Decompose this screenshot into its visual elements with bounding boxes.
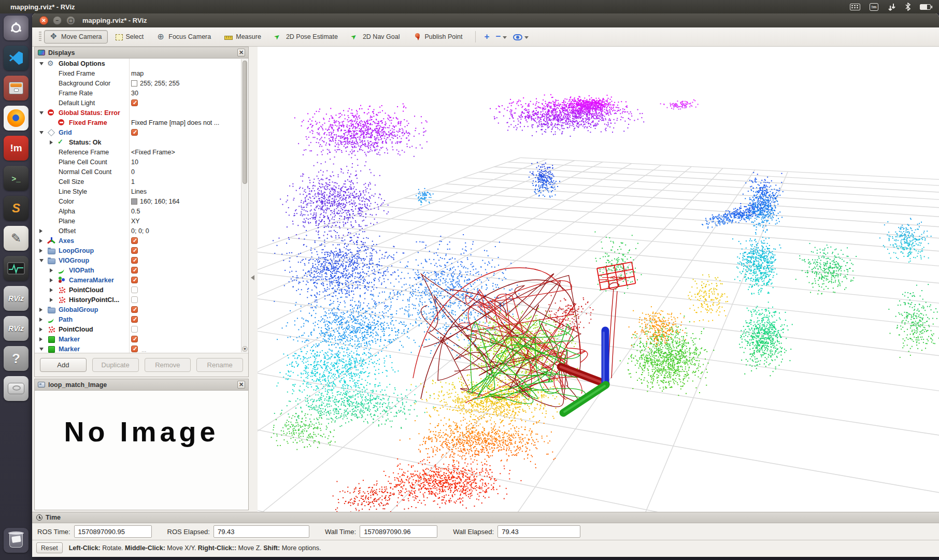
zoom-in-button[interactable]: + xyxy=(481,31,492,43)
checkbox[interactable] xyxy=(131,296,138,303)
checkbox[interactable] xyxy=(131,247,138,254)
duplicate-button[interactable]: Duplicate xyxy=(92,358,139,372)
tree-row-value[interactable] xyxy=(131,306,240,313)
tree-row-value[interactable] xyxy=(131,316,240,323)
tree-row-value[interactable]: map xyxy=(131,70,240,77)
launcher-item-rviz-2[interactable]: RViz xyxy=(4,316,29,341)
displays-close-icon[interactable]: ✕ xyxy=(237,49,245,56)
tree-expand-arrow-icon[interactable] xyxy=(39,249,42,253)
tree-row-line-style[interactable]: Line StyleLines xyxy=(35,186,248,196)
tree-row-normal-cell-count[interactable]: Normal Cell Count0 xyxy=(35,167,248,177)
checkbox[interactable] xyxy=(131,277,138,283)
reset-button[interactable]: Reset xyxy=(36,542,63,553)
tree-row-plane[interactable]: PlaneXY xyxy=(35,216,248,226)
launcher-item-rviz-1[interactable]: RViz xyxy=(4,286,29,311)
checkbox[interactable] xyxy=(131,346,138,352)
image-panel-close-icon[interactable]: ✕ xyxy=(237,381,245,389)
tree-expand-arrow-icon[interactable] xyxy=(39,259,44,262)
tree-row-fixed-frame[interactable]: Fixed Framemap xyxy=(35,68,248,78)
checkbox[interactable] xyxy=(131,336,138,342)
tree-expand-arrow-icon[interactable] xyxy=(50,278,53,282)
add-button[interactable]: Add xyxy=(40,358,87,372)
checkbox[interactable] xyxy=(131,267,138,274)
tool-select[interactable]: Select xyxy=(110,31,150,43)
tree-row-value[interactable]: 10 xyxy=(131,159,240,166)
tree-row-value[interactable] xyxy=(131,99,240,106)
zoom-out-button[interactable]: − xyxy=(492,31,510,43)
launcher-item-im-app[interactable]: !m xyxy=(4,136,29,161)
tree-expand-arrow-icon[interactable] xyxy=(50,298,53,302)
tree-row-value[interactable]: 0.5 xyxy=(131,208,240,215)
camera-view-button[interactable] xyxy=(510,32,532,41)
tree-expand-arrow-icon[interactable] xyxy=(39,239,42,243)
tree-row-grid[interactable]: Grid xyxy=(35,127,248,137)
launcher-item-file-manager[interactable] xyxy=(4,76,29,100)
tree-row-globalgroup[interactable]: GlobalGroup xyxy=(35,305,248,314)
launcher-item-trash[interactable] xyxy=(4,528,29,553)
tree-row-status-ok[interactable]: Status: Ok xyxy=(35,137,248,147)
image-panel-header[interactable]: loop_match_Image ✕ xyxy=(35,379,248,391)
tree-row-value[interactable]: 1 xyxy=(131,178,240,185)
tree-row-pointcloud[interactable]: PointCloud xyxy=(35,285,248,295)
tree-row-loopgroup[interactable]: LoopGroup xyxy=(35,246,248,255)
tree-expand-arrow-icon[interactable] xyxy=(50,140,53,145)
checkbox[interactable] xyxy=(131,237,138,244)
launcher-item-system-monitor[interactable] xyxy=(4,256,29,281)
battery-icon[interactable] xyxy=(920,4,931,10)
tool-2d-nav-goal[interactable]: 2D Nav Goal xyxy=(346,30,406,44)
launcher-item-terminal[interactable]: >_ xyxy=(4,166,29,191)
tree-row-default-light[interactable]: Default Light xyxy=(35,98,248,108)
network-arrows-icon[interactable] xyxy=(888,3,896,11)
rename-button[interactable]: Rename xyxy=(196,358,243,372)
tree-expand-arrow-icon[interactable] xyxy=(39,131,44,134)
tree-row-value[interactable] xyxy=(131,286,240,293)
tree-row-value[interactable] xyxy=(131,257,240,264)
tree-row-color[interactable]: Color160; 160; 164 xyxy=(35,196,248,206)
checkbox[interactable] xyxy=(131,99,138,106)
tree-row-value[interactable] xyxy=(131,336,240,342)
tree-expand-arrow-icon[interactable] xyxy=(39,229,42,233)
tree-row-value[interactable] xyxy=(131,237,240,244)
tree-row-alpha[interactable]: Alpha0.5 xyxy=(35,206,248,216)
tree-row-value[interactable] xyxy=(131,267,240,274)
tree-row-background-color[interactable]: Background Color255; 255; 255 xyxy=(35,78,248,88)
tree-row-viopath[interactable]: VIOPath xyxy=(35,265,248,275)
tree-row-path[interactable]: Path xyxy=(35,314,248,324)
tree-row-value[interactable]: XY xyxy=(131,218,240,225)
tree-expand-arrow-icon[interactable] xyxy=(39,62,44,65)
launcher-item-help[interactable]: ? xyxy=(4,346,29,371)
tree-scrollbar-down-icon[interactable]: ▼ xyxy=(242,346,248,352)
tree-expand-arrow-icon[interactable] xyxy=(50,288,53,292)
minimize-button[interactable]: − xyxy=(53,16,62,25)
remove-button[interactable]: Remove xyxy=(145,358,191,372)
checkbox[interactable] xyxy=(131,306,138,313)
toolbar-grip-handle[interactable] xyxy=(39,32,41,42)
tree-expand-arrow-icon[interactable] xyxy=(39,348,44,351)
launcher-item-sublime-text[interactable]: S xyxy=(4,196,29,221)
tree-row-offset[interactable]: Offset0; 0; 0 xyxy=(35,226,248,236)
launcher-item-ubuntu-dash[interactable] xyxy=(4,16,29,40)
bluetooth-icon[interactable] xyxy=(905,3,910,11)
tree-expand-arrow-icon[interactable] xyxy=(39,111,44,114)
tree-row-historypointcl-[interactable]: HistoryPointCl... xyxy=(35,295,248,305)
tree-row-value[interactable]: 0; 0; 0 xyxy=(131,227,240,235)
checkbox[interactable] xyxy=(131,257,138,264)
tool-2d-pose-estimate[interactable]: 2D Pose Estimate xyxy=(269,30,344,44)
tree-row-value[interactable]: <Fixed Frame> xyxy=(131,149,240,156)
tree-row-value[interactable] xyxy=(131,296,240,303)
checkbox[interactable] xyxy=(131,286,138,293)
3d-viewport-canvas[interactable] xyxy=(258,47,939,512)
tree-row-value[interactable] xyxy=(131,326,240,333)
tree-expand-arrow-icon[interactable] xyxy=(39,308,42,312)
tree-row-plane-cell-count[interactable]: Plane Cell Count10 xyxy=(35,157,248,167)
chevron-down-icon[interactable] xyxy=(524,36,529,39)
app-indicator-icon[interactable]: !m xyxy=(870,3,878,11)
tree-row-value[interactable]: 0 xyxy=(131,168,240,176)
tree-row-global-status-error[interactable]: Global Status: Error xyxy=(35,108,248,118)
tree-row-value[interactable]: Lines xyxy=(131,188,240,195)
window-titlebar[interactable]: ✕ − ▢ mapping.rviz* - RViz xyxy=(32,13,939,27)
launcher-item-vscode[interactable] xyxy=(4,46,29,70)
tree-row-cell-size[interactable]: Cell Size1 xyxy=(35,177,248,186)
tool-measure[interactable]: Measure xyxy=(219,31,267,43)
time-field-input[interactable]: 79.43 xyxy=(497,525,580,538)
